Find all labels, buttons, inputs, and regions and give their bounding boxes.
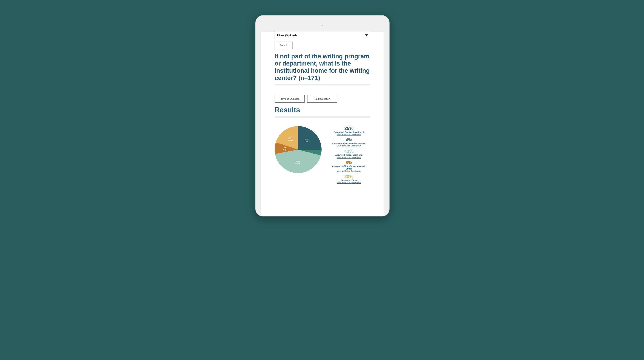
legend-percentage: 20%	[330, 174, 368, 179]
question-title: If not part of the writing program or de…	[274, 53, 370, 82]
filters-label: Filters (Optional)	[277, 34, 297, 37]
legend-answer-label: Answered: Other	[330, 179, 368, 181]
title-divider	[274, 84, 370, 85]
stage: Filters (Optional) Submit If not part of…	[159, 0, 485, 182]
pie-legend: 25%Answered: English DepartmentView Inst…	[327, 126, 370, 184]
question-nav: Previous Question Next Question	[274, 95, 370, 103]
submit-button[interactable]: Submit	[274, 42, 292, 49]
view-breakdown-link[interactable]: View Institution Breakdown	[330, 170, 368, 172]
legend-item: 8%Answered: Office of Chief Academic Off…	[330, 160, 368, 172]
results-area: 25%n=4343%n=738%n=1420%n=35 25%Answered:…	[274, 126, 370, 184]
legend-answer-label: Answered: Independent Unit	[330, 154, 368, 156]
legend-item: 25%Answered: English DepartmentView Inst…	[330, 126, 368, 136]
legend-answer-label: Answered: Office of Chief Academic Offic…	[330, 165, 368, 170]
legend-item: 4%Answered: Humanities DepartmentView In…	[330, 138, 368, 147]
results-divider	[274, 116, 370, 118]
previous-question-button[interactable]: Previous Question	[274, 95, 304, 103]
view-breakdown-link[interactable]: View Institution Breakdown	[330, 182, 368, 184]
legend-answer-label: Answered: Humanities Department	[330, 142, 368, 145]
legend-item: 43%Answered: Independent UnitView Instit…	[330, 149, 368, 158]
tablet-frame: Filters (Optional) Submit If not part of…	[255, 15, 390, 216]
legend-answer-label: Answered: English Department	[330, 131, 368, 133]
legend-item: 20%Answered: OtherView Institution Break…	[330, 174, 368, 184]
results-heading: Results	[274, 106, 370, 114]
page-content: Filters (Optional) Submit If not part of…	[261, 32, 384, 184]
next-question-button[interactable]: Next Question	[307, 95, 337, 103]
chevron-down-icon	[365, 34, 368, 36]
tablet-screen: Filters (Optional) Submit If not part of…	[261, 32, 384, 216]
legend-percentage: 43%	[330, 149, 368, 154]
tablet-camera	[322, 24, 323, 26]
view-breakdown-link[interactable]: View Institution Breakdown	[330, 156, 368, 159]
legend-percentage: 4%	[330, 138, 368, 142]
view-breakdown-link[interactable]: View Institution Breakdown	[330, 134, 368, 136]
view-breakdown-link[interactable]: View Institution Breakdown	[330, 145, 368, 147]
filters-dropdown[interactable]: Filters (Optional)	[274, 32, 370, 39]
legend-percentage: 8%	[330, 160, 368, 165]
pie-chart: 25%n=4343%n=738%n=1420%n=35	[274, 126, 322, 173]
legend-percentage: 25%	[330, 126, 368, 130]
